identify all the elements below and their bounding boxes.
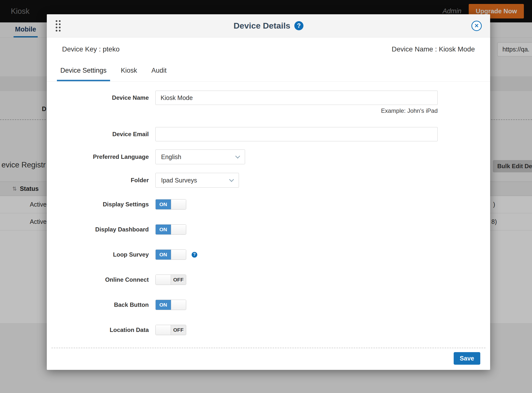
display-dashboard-toggle[interactable]: ON	[155, 224, 186, 235]
device-details-modal: Device Details ? ✕ Device Key : pteko De…	[47, 14, 490, 370]
modal-footer: Save	[51, 348, 485, 370]
online-connect-row: Online Connect OFF	[47, 275, 490, 285]
location-data-label: Location Data	[47, 327, 155, 333]
toggle-handle	[171, 225, 186, 234]
loop-survey-row: Loop Survey ON ?	[47, 249, 490, 260]
preferred-language-select[interactable]: English	[155, 149, 245, 164]
loop-survey-label: Loop Survey	[47, 251, 155, 258]
folder-select[interactable]: Ipad Surveys	[155, 173, 239, 188]
display-settings-toggle[interactable]: ON	[155, 199, 186, 210]
toggle-handle	[171, 300, 186, 310]
tab-device-settings[interactable]: Device Settings	[57, 61, 110, 81]
device-settings-form: Device Name Example: John's iPad Device …	[47, 82, 490, 348]
display-dashboard-row: Display Dashboard ON	[47, 224, 490, 235]
modal-tab-bar: Device Settings Kiosk Audit	[47, 61, 490, 82]
display-settings-label: Display Settings	[47, 201, 155, 208]
online-connect-toggle[interactable]: OFF	[155, 275, 186, 285]
display-settings-row: Display Settings ON	[47, 199, 490, 210]
preferred-language-row: Preferred Language English	[47, 149, 490, 164]
toggle-handle	[156, 325, 171, 335]
tab-audit[interactable]: Audit	[148, 61, 170, 81]
chevron-down-icon	[229, 177, 234, 182]
toggle-state-label: OFF	[171, 275, 186, 285]
toggle-handle	[171, 199, 186, 209]
device-email-row: Device Email	[47, 127, 490, 141]
save-button[interactable]: Save	[454, 352, 480, 365]
preferred-language-label: Preferred Language	[47, 153, 155, 160]
folder-label: Folder	[47, 177, 155, 184]
device-meta-row: Device Key : pteko Device Name : Kiosk M…	[47, 37, 490, 61]
device-name-helper: Example: John's iPad	[155, 107, 438, 114]
toggle-handle	[171, 250, 186, 260]
folder-row: Folder Ipad Surveys	[47, 173, 490, 188]
back-button-row: Back Button ON	[47, 300, 490, 310]
toggle-state-label: OFF	[171, 325, 186, 335]
selected-folder: Ipad Surveys	[161, 177, 197, 184]
location-data-row: Location Data OFF	[47, 325, 490, 335]
device-name-row: Device Name	[47, 91, 490, 105]
back-button-label: Back Button	[47, 301, 155, 308]
modal-title: Device Details	[233, 21, 290, 31]
close-icon[interactable]: ✕	[471, 21, 482, 31]
display-dashboard-label: Display Dashboard	[47, 226, 155, 233]
tab-kiosk[interactable]: Kiosk	[117, 61, 141, 81]
device-email-input[interactable]	[155, 127, 438, 141]
loop-survey-help-icon[interactable]: ?	[192, 252, 197, 258]
selected-language: English	[161, 153, 181, 161]
toggle-state-label: ON	[156, 225, 171, 234]
toggle-state-label: ON	[156, 250, 171, 260]
help-icon[interactable]: ?	[294, 21, 303, 30]
device-name-label: Device Name	[47, 94, 155, 101]
device-key-text: Device Key : pteko	[62, 45, 119, 53]
toggle-state-label: ON	[156, 199, 171, 209]
drag-handle-icon[interactable]	[56, 20, 61, 32]
device-name-helper-row: Example: John's iPad	[47, 107, 490, 114]
loop-survey-toggle[interactable]: ON	[155, 249, 186, 260]
device-name-input[interactable]	[155, 91, 438, 105]
device-name-text: Device Name : Kiosk Mode	[392, 45, 475, 53]
modal-header: Device Details ? ✕	[47, 14, 490, 37]
location-data-toggle[interactable]: OFF	[155, 325, 186, 335]
toggle-handle	[156, 275, 171, 285]
online-connect-label: Online Connect	[47, 276, 155, 283]
back-button-toggle[interactable]: ON	[155, 300, 186, 310]
device-email-label: Device Email	[47, 131, 155, 138]
toggle-state-label: ON	[156, 300, 171, 310]
chevron-down-icon	[235, 154, 240, 159]
